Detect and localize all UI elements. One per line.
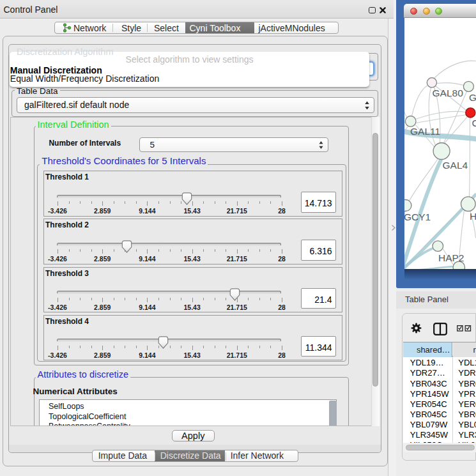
svg-text:HAP2: HAP2 <box>438 252 464 263</box>
svg-text:H: H <box>470 210 476 221</box>
svg-text:GA: GA <box>469 91 476 102</box>
svg-text:GCY1: GCY1 <box>404 211 431 222</box>
svg-text:GAL11: GAL11 <box>410 126 440 137</box>
svg-text:GAL4: GAL4 <box>442 159 468 170</box>
svg-text:GAL80: GAL80 <box>432 88 463 98</box>
svg-text:C: C <box>472 118 476 128</box>
